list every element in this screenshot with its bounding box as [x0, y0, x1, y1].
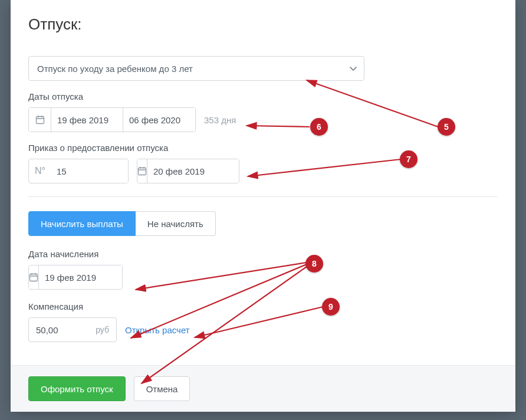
compensation-input[interactable]	[29, 325, 88, 335]
open-calculation-link[interactable]: Открыть расчет	[125, 325, 190, 335]
accrual-date-input[interactable]	[39, 265, 123, 289]
order-number-input[interactable]	[52, 159, 128, 183]
modal-footer: Оформить отпуск Отмена	[11, 365, 515, 412]
calendar-icon[interactable]	[29, 265, 39, 289]
order-date-field	[137, 159, 239, 183]
duration-text: 353 дня	[204, 115, 236, 125]
modal-body: Отпуск по уходу за ребенком до 3 лет Дат…	[11, 37, 515, 365]
order-label: Приказ о предоставлении отпуска	[28, 143, 498, 153]
calendar-icon[interactable]	[137, 159, 147, 183]
order-number-prefix: N°	[29, 159, 52, 183]
vacation-type-value: Отпуск по уходу за ребенком до 3 лет	[37, 64, 193, 74]
order-date-input[interactable]	[147, 159, 239, 183]
calendar-icon[interactable]	[29, 108, 51, 132]
order-number-field: N°	[28, 159, 129, 183]
currency-suffix: руб	[88, 325, 116, 334]
start-date-input[interactable]	[51, 108, 123, 132]
cancel-button[interactable]: Отмена	[134, 376, 190, 401]
submit-button[interactable]: Оформить отпуск	[28, 376, 126, 401]
skip-accrue-toggle[interactable]: Не начислять	[136, 211, 216, 236]
accrual-toggle-group: Начислить выплаты Не начислять	[28, 211, 498, 236]
svg-rect-0	[36, 117, 44, 124]
svg-rect-8	[30, 274, 38, 281]
modal-title: Отпуск:	[28, 15, 498, 34]
accrue-toggle[interactable]: Начислить выплаты	[28, 211, 136, 236]
accrual-date-field	[28, 265, 123, 290]
dates-label: Даты отпуска	[28, 91, 498, 101]
svg-rect-4	[139, 168, 146, 175]
divider	[28, 196, 498, 197]
vacation-modal: Отпуск: Отпуск по уходу за ребенком до 3…	[11, 0, 515, 412]
compensation-label: Компенсация	[28, 301, 498, 311]
modal-header: Отпуск:	[11, 0, 515, 37]
compensation-field: руб	[28, 317, 117, 342]
end-date-input[interactable]	[123, 108, 195, 132]
vacation-type-select[interactable]: Отпуск по уходу за ребенком до 3 лет	[28, 56, 364, 81]
vacation-date-range	[28, 107, 196, 132]
accrual-date-label: Дата начисления	[28, 249, 498, 259]
